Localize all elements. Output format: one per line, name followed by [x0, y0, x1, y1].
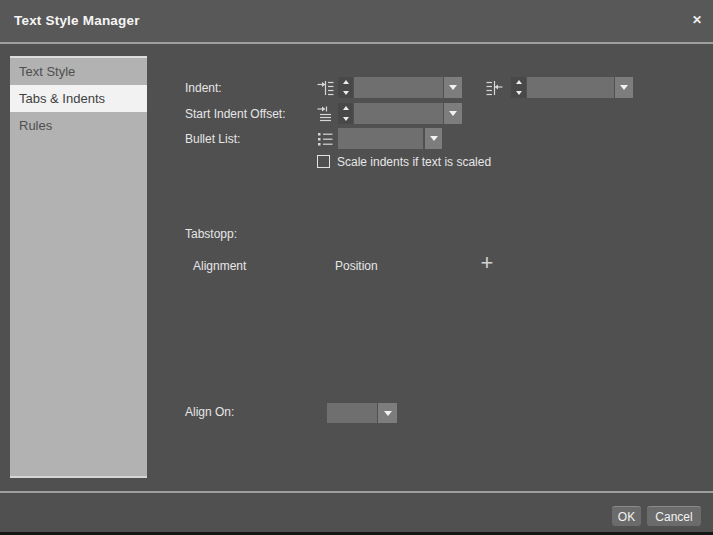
indent-right-icon: [486, 80, 503, 96]
indent-label: Indent:: [185, 78, 222, 98]
indent-left-dropdown-button[interactable]: [444, 77, 462, 98]
indent-right-input[interactable]: [527, 77, 614, 98]
start-indent-offset-label: Start Indent Offset:: [185, 104, 286, 124]
ok-button[interactable]: OK: [612, 506, 641, 526]
titlebar-separator: [0, 42, 713, 44]
plus-icon: +: [481, 250, 494, 275]
spinner-up-icon[interactable]: [511, 77, 526, 88]
tabstop-column-alignment: Alignment: [193, 256, 246, 276]
sidebar-item-text-style[interactable]: Text Style: [10, 58, 147, 85]
start-indent-offset-dropdown-button[interactable]: [444, 103, 462, 124]
indent-left-input[interactable]: [354, 77, 443, 98]
dropdown-arrow-icon: [449, 85, 457, 90]
spinner-down-icon[interactable]: [338, 88, 353, 99]
bullet-list-dropdown-button[interactable]: [425, 128, 442, 149]
footer-separator: [0, 491, 713, 493]
add-tabstop-button[interactable]: +: [477, 252, 497, 274]
align-on-dropdown-button[interactable]: [378, 403, 397, 423]
tabstop-column-position: Position: [335, 256, 378, 276]
start-indent-offset-icon: [317, 106, 334, 122]
close-icon: ✕: [692, 13, 702, 27]
sidebar-item-tabs-indents[interactable]: Tabs & Indents: [10, 85, 147, 112]
align-on-input[interactable]: [327, 403, 377, 423]
indent-left-spinner: [338, 77, 353, 98]
spinner-up-icon[interactable]: [338, 77, 353, 88]
dropdown-arrow-icon: [449, 111, 457, 116]
titlebar: Text Style Manager ✕: [0, 0, 713, 42]
spinner-down-icon[interactable]: [511, 88, 526, 99]
cancel-button[interactable]: Cancel: [647, 506, 701, 526]
indent-right-spinner: [511, 77, 526, 98]
indent-right-dropdown-button[interactable]: [615, 77, 633, 98]
sidebar: Text Style Tabs & Indents Rules: [10, 56, 147, 478]
scale-indents-label: Scale indents if text is scaled: [337, 152, 491, 172]
start-indent-offset-input[interactable]: [354, 103, 443, 124]
scale-indents-checkbox[interactable]: [317, 155, 330, 168]
dropdown-arrow-icon: [384, 411, 392, 416]
dialog-title: Text Style Manager: [14, 0, 140, 42]
sidebar-item-rules[interactable]: Rules: [10, 112, 147, 139]
tabstopp-label: Tabstopp:: [185, 224, 237, 244]
dropdown-arrow-icon: [620, 85, 628, 90]
indent-left-icon: [317, 80, 334, 96]
dropdown-arrow-icon: [430, 136, 438, 141]
bullet-list-label: Bullet List:: [185, 129, 240, 149]
spinner-down-icon[interactable]: [338, 114, 353, 125]
text-style-manager-dialog: Text Style Manager ✕ Text Style Tabs & I…: [0, 0, 713, 535]
bullet-list-icon: [317, 131, 334, 147]
align-on-label: Align On:: [185, 402, 234, 422]
close-button[interactable]: ✕: [687, 10, 707, 30]
bullet-list-input[interactable]: [338, 128, 423, 149]
start-indent-offset-spinner: [338, 103, 353, 124]
spinner-up-icon[interactable]: [338, 103, 353, 114]
